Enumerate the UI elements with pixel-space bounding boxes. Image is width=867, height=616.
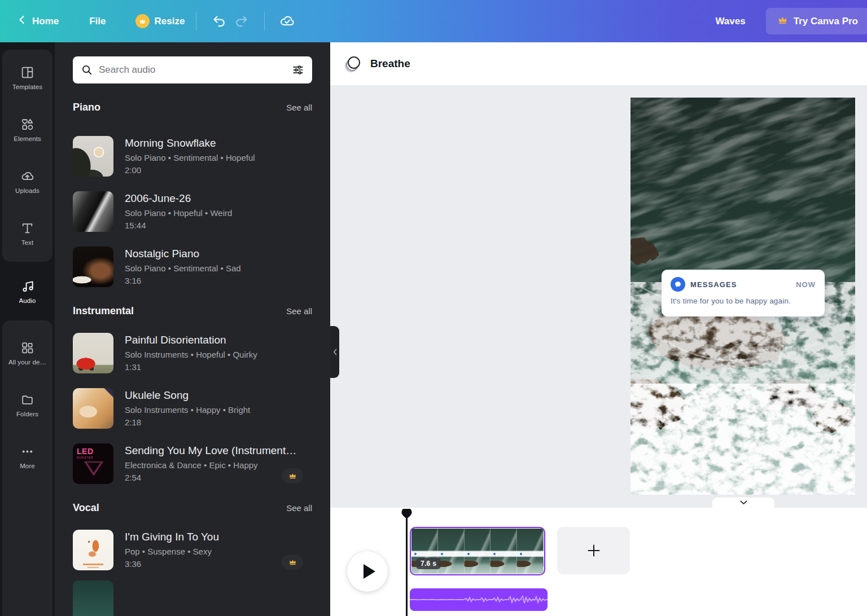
notification-card[interactable]: MESSAGES NOW It's time for you to be hap…	[662, 270, 825, 316]
section-title: Vocal	[73, 502, 99, 514]
redo-button[interactable]	[230, 10, 253, 33]
see-all-link[interactable]: See all	[286, 103, 312, 112]
panel-collapse-handle[interactable]	[330, 326, 339, 378]
audio-track-row[interactable]: Nostalgic PianoSolo Piano • Sentimental …	[73, 247, 312, 287]
audio-track-row[interactable]: 2006-June-26Solo Piano • Hopeful • Weird…	[73, 191, 312, 232]
toolbar-divider	[196, 12, 196, 31]
sidebar-item-audio[interactable]: Audio	[0, 262, 55, 320]
magnifier-icon	[81, 64, 93, 76]
sidebar-item-text[interactable]: Text	[2, 208, 52, 259]
section-title: Instrumental	[73, 305, 134, 317]
search-bar	[73, 56, 312, 83]
audio-track-row[interactable]: Morning SnowflakeSolo Piano • Sentimenta…	[73, 136, 312, 177]
section-header: VocalSee all	[73, 502, 312, 514]
track-thumbnail	[73, 247, 113, 287]
try-canva-pro-button[interactable]: Try Canva Pro	[766, 8, 867, 34]
search-input[interactable]	[99, 64, 286, 76]
editor-column: Breathe	[330, 42, 867, 616]
album-art-label: LED	[77, 447, 94, 456]
track-thumbnail	[73, 333, 113, 373]
track-meta: Solo Instruments • Happy • Bright	[125, 405, 250, 415]
audio-track-row[interactable]: Ukulele SongSolo Instruments • Happy • B…	[73, 388, 312, 429]
page-title: Breathe	[370, 58, 410, 70]
more-dots-icon	[20, 445, 34, 459]
audio-track-row[interactable]: Painful DisorientationSolo Instruments •…	[73, 333, 312, 373]
section-header: InstrumentalSee all	[73, 305, 312, 317]
sidebar-item-templates[interactable]: Templates	[2, 52, 52, 104]
see-all-link[interactable]: See all	[286, 503, 312, 513]
file-label: File	[89, 16, 106, 27]
notification-app-name: MESSAGES	[690, 280, 737, 289]
add-clip-button[interactable]	[557, 527, 630, 574]
track-list: I'm Giving In To YouPop • Suspense • Sex…	[73, 530, 312, 570]
resize-button[interactable]: Resize	[135, 14, 185, 28]
track-title: Morning Snowflake	[125, 137, 255, 149]
track-duration: 2:00	[125, 165, 255, 175]
top-toolbar: Home File Resize Waves Try Canva Pro	[0, 0, 867, 42]
album-art-caption-bar	[83, 564, 103, 565]
canvas-workspace[interactable]: MESSAGES NOW It's time for you to be hap…	[330, 85, 867, 508]
sidebar-item-uploads[interactable]: Uploads	[2, 156, 52, 208]
audio-icon	[20, 279, 35, 293]
save-status-button[interactable]	[276, 10, 299, 33]
undo-button[interactable]	[208, 10, 230, 33]
undo-arrow-icon	[212, 14, 226, 29]
templates-icon	[20, 65, 34, 80]
sliders-icon[interactable]	[292, 64, 304, 76]
track-info: Painful DisorientationSolo Instruments •…	[125, 333, 257, 373]
resize-label: Resize	[155, 16, 185, 27]
track-meta: Solo Piano • Sentimental • Sad	[125, 263, 241, 273]
audio-track-row[interactable]: LEDMONSTERSending You My Love (Instrumen…	[73, 443, 312, 484]
timeline-audio-track[interactable]	[410, 588, 548, 611]
notification-message: It's time for you to be happy again.	[671, 297, 816, 305]
track-thumbnail	[73, 530, 113, 570]
redo-arrow-icon	[234, 14, 249, 29]
notification-header: MESSAGES NOW	[671, 277, 816, 292]
album-art-triangle	[84, 461, 103, 476]
sidebar-item-more[interactable]: More	[2, 431, 52, 483]
main-area: Templates Elements Uploads Text Audio Al…	[0, 42, 867, 616]
text-icon	[20, 221, 34, 235]
track-info: Nostalgic PianoSolo Piano • Sentimental …	[125, 247, 241, 287]
design-title-waves[interactable]: Waves	[715, 16, 745, 27]
track-info: Morning SnowflakeSolo Piano • Sentimenta…	[125, 136, 255, 177]
track-meta: Pop • Suspense • Sexy	[125, 547, 219, 556]
sidebar-item-folders[interactable]: Folders	[2, 379, 52, 431]
section-header: PianoSee all	[73, 102, 312, 113]
track-thumbnail	[73, 388, 113, 429]
track-title: 2006-June-26	[125, 192, 232, 205]
rail-group-bottom: All your de… Folders More	[2, 320, 52, 616]
chevron-left-icon	[17, 15, 27, 28]
see-all-link[interactable]: See all	[286, 306, 312, 316]
chat-bubble-icon	[671, 277, 685, 292]
page-header: Breathe	[330, 42, 867, 85]
rail-group-top: Templates Elements Uploads Text	[2, 50, 52, 262]
track-info: Ukulele SongSolo Instruments • Happy • B…	[125, 388, 250, 429]
timeline-collapse-tab[interactable]	[712, 498, 774, 508]
premium-crown-badge	[282, 555, 303, 570]
sidebar-item-elements[interactable]: Elements	[2, 104, 52, 156]
sidebar-item-all-your-designs[interactable]: All your de…	[2, 327, 52, 379]
track-thumbnail: LEDMONSTER	[73, 443, 113, 484]
home-button[interactable]: Home	[17, 15, 59, 28]
audio-track-row[interactable]: I'm Giving In To YouPop • Suspense • Sex…	[73, 530, 312, 570]
track-duration: 2:54	[125, 473, 296, 482]
play-button[interactable]	[347, 551, 388, 592]
play-triangle-icon	[364, 564, 375, 579]
track-title: Painful Disorientation	[125, 334, 257, 346]
track-list: Morning SnowflakeSolo Piano • Sentimenta…	[73, 136, 312, 287]
try-canva-label: Try Canva Pro	[794, 16, 858, 27]
file-menu-button[interactable]: File	[89, 16, 106, 27]
folder-icon	[20, 393, 34, 407]
track-title: I'm Giving In To You	[125, 531, 219, 543]
crown-icon	[777, 15, 788, 28]
track-title: Sending You My Love (Instrument…	[125, 445, 296, 457]
album-art-sublabel: MONSTER	[77, 456, 93, 459]
elements-icon	[20, 117, 34, 131]
playhead-line	[406, 517, 408, 616]
section-title: Piano	[73, 102, 100, 113]
track-duration: 1:31	[125, 362, 257, 372]
clip-duration-badge: 7.6 s	[416, 558, 441, 569]
timeline-video-clip[interactable]: 7.6 s	[410, 527, 545, 575]
clip-frame	[438, 529, 465, 574]
